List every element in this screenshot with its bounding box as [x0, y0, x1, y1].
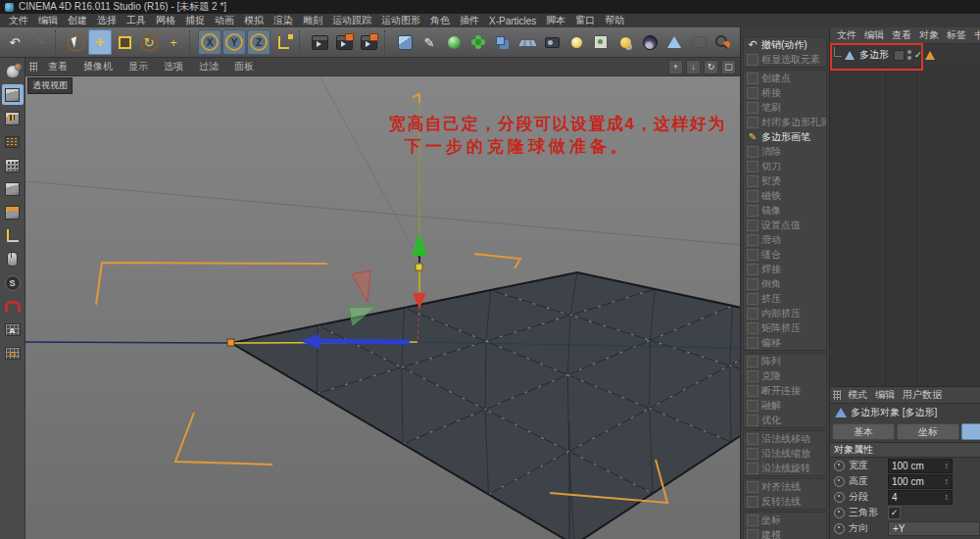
texture-mode-icon[interactable]	[2, 108, 24, 128]
command-item[interactable]: 建模	[744, 527, 826, 539]
material-editor-icon[interactable]	[589, 29, 612, 55]
lock-x-axis-icon[interactable]: X	[198, 29, 221, 55]
command-item[interactable]: 内部挤压	[744, 306, 826, 320]
attribute-tab[interactable]: 坐标	[897, 423, 959, 440]
menu-item[interactable]: 模拟	[239, 14, 269, 27]
viewport-menu-item[interactable]: 过滤	[191, 60, 226, 74]
toggle-layout-icon[interactable]: ▢	[721, 60, 736, 74]
menu-item[interactable]: 网格	[151, 14, 180, 27]
command-item[interactable]: 镜像	[744, 203, 826, 218]
field-value[interactable]: 100 cm↕	[888, 459, 953, 473]
command-item[interactable]: 反转法线	[744, 494, 826, 509]
add-mograph-icon[interactable]	[466, 29, 490, 55]
menu-item[interactable]: 捕捉	[180, 14, 210, 27]
last-tool-icon[interactable]: +	[162, 29, 185, 55]
object-manager-menu-item[interactable]: 文件	[833, 28, 860, 42]
command-item[interactable]: 焊接	[744, 262, 826, 276]
stepper-icon[interactable]: ↕	[945, 476, 950, 486]
render-queue-icon[interactable]	[357, 29, 380, 55]
command-item[interactable]: 切刀	[744, 159, 826, 173]
grip-icon[interactable]	[29, 62, 37, 72]
attribute-tab[interactable]: 基本	[832, 423, 895, 440]
menu-item[interactable]: 文件	[4, 14, 33, 27]
stepper-icon[interactable]: ↕	[945, 461, 950, 470]
command-item[interactable]: 阵列	[744, 354, 826, 368]
command-item[interactable]: 优化	[744, 413, 826, 427]
add-generator-icon[interactable]	[442, 29, 466, 55]
command-item[interactable]: 偏移	[744, 335, 826, 350]
viewport-menu-item[interactable]: 面板	[226, 60, 262, 74]
workplane-mode-icon[interactable]	[2, 225, 24, 246]
stepper-icon[interactable]: ↕	[945, 492, 950, 502]
add-environment-icon[interactable]	[638, 29, 662, 55]
menu-item[interactable]: 脚本	[541, 14, 570, 27]
planar-workplane-icon[interactable]: O	[2, 343, 24, 364]
command-item[interactable]: 熨烫	[744, 173, 826, 188]
command-item[interactable]: 矩阵挤压	[744, 320, 826, 335]
attribute-tab[interactable]: 对象	[961, 423, 980, 440]
viewport-solo-icon[interactable]	[2, 249, 24, 270]
dolly-icon[interactable]: ↓	[686, 60, 701, 74]
command-item[interactable]: 封闭多边形孔洞	[744, 115, 826, 129]
viewport-menu-item[interactable]: 选项	[156, 60, 191, 74]
command-item[interactable]: 沿法线旋转	[744, 461, 826, 475]
menu-item[interactable]: 运动图形	[376, 14, 425, 27]
command-item[interactable]: 融解	[744, 398, 826, 413]
menu-item[interactable]: 雕刻	[298, 14, 327, 27]
command-item[interactable]: 对齐法线	[744, 479, 826, 494]
command-item[interactable]: ✎多边形画笔	[744, 129, 826, 144]
command-item[interactable]: 设置点值	[744, 218, 826, 232]
keyframe-toggle-icon[interactable]	[834, 508, 845, 518]
keyframe-toggle-icon[interactable]	[834, 476, 845, 487]
enable-snap-icon[interactable]	[2, 296, 24, 317]
attribute-menu-item[interactable]: 模式	[844, 388, 871, 402]
command-item[interactable]: 消除	[744, 144, 826, 159]
keyframe-toggle-icon[interactable]	[834, 461, 845, 471]
make-editable-icon[interactable]	[2, 61, 24, 81]
command-item[interactable]: 笔刷	[744, 100, 826, 115]
commander-search-icon[interactable]	[711, 29, 735, 55]
attribute-menu-item[interactable]: 用户数据	[899, 388, 946, 402]
live-selection-icon[interactable]	[64, 29, 87, 55]
object-manager-menu-item[interactable]: 查看	[888, 28, 915, 42]
render-view-icon[interactable]	[308, 29, 331, 55]
add-light-icon[interactable]	[564, 29, 588, 55]
command-item[interactable]: 坐标	[744, 513, 826, 527]
redo-icon[interactable]: ↷	[27, 29, 51, 55]
command-item[interactable]: 桥接	[744, 85, 826, 100]
coordinates-manager-icon[interactable]	[613, 29, 637, 55]
viewport-menu-item[interactable]: 显示	[121, 60, 156, 74]
points-mode-icon[interactable]	[2, 131, 24, 152]
lock-y-axis-icon[interactable]: Y	[222, 29, 246, 55]
enable-axis-icon[interactable]	[2, 202, 24, 222]
viewport-menu-item[interactable]: 查看	[40, 60, 75, 74]
add-primitive-cube-icon[interactable]	[393, 29, 416, 55]
plane-mesh[interactable]	[231, 272, 740, 539]
object-manager-menu-item[interactable]: 编辑	[860, 28, 888, 42]
command-item[interactable]: 沿法线缩放	[744, 446, 826, 461]
field-value[interactable]: 4↕	[888, 490, 953, 505]
command-item[interactable]: 磁铁	[744, 188, 826, 203]
move-tool-icon[interactable]: +	[88, 29, 112, 55]
add-spline-pen-icon[interactable]: ✎	[417, 29, 441, 55]
render-settings-icon[interactable]	[332, 29, 356, 55]
command-item[interactable]: 缝合	[744, 247, 826, 262]
command-item[interactable]: 克隆	[744, 368, 826, 383]
grip-icon[interactable]	[833, 390, 841, 400]
command-item[interactable]: 断开连接	[744, 383, 826, 398]
menu-item[interactable]: X-Particles	[484, 16, 541, 26]
command-item[interactable]: 滑动	[744, 232, 826, 247]
edges-mode-icon[interactable]	[2, 155, 24, 175]
scale-tool-icon[interactable]	[113, 29, 136, 55]
polygon-modeling-icon[interactable]	[662, 29, 686, 55]
menu-item[interactable]: 工具	[122, 14, 151, 27]
undo-icon[interactable]: ↶	[3, 29, 26, 55]
menu-item[interactable]: 插件	[455, 14, 484, 27]
menu-item[interactable]: 编辑	[33, 14, 63, 27]
object-manager-menu-item[interactable]: 对象	[915, 28, 943, 42]
dropdown[interactable]: +Y	[888, 521, 980, 536]
add-camera-icon[interactable]	[540, 29, 564, 55]
menu-item[interactable]: 动画	[210, 14, 239, 27]
keyframe-toggle-icon[interactable]	[834, 492, 845, 503]
command-item[interactable]: 倒角	[744, 276, 826, 291]
